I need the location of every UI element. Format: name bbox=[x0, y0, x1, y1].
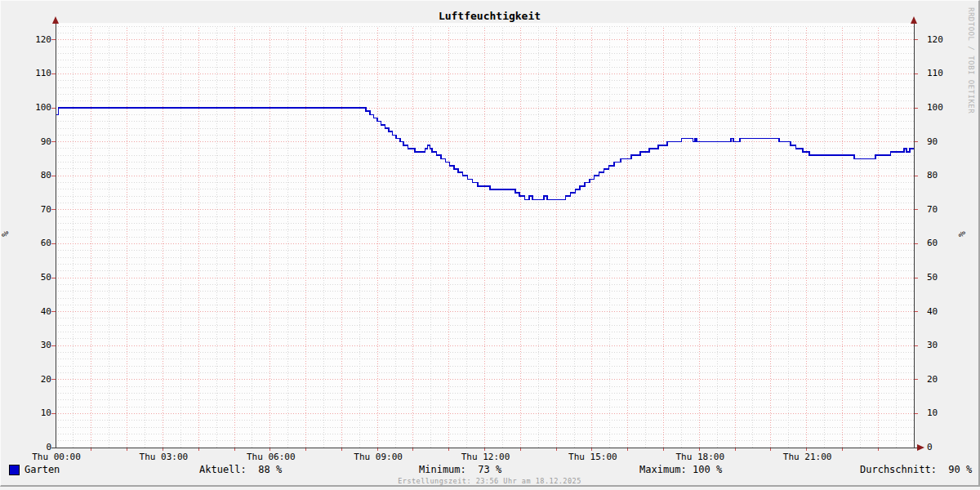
legend-series-label: Garten bbox=[24, 464, 60, 475]
y-tick-label: 20 bbox=[11, 375, 51, 385]
y-tick-label: 30 bbox=[927, 341, 968, 350]
stat-minimum: Minimum: 73 % bbox=[419, 464, 501, 475]
x-tick-label: Thu 03:00 bbox=[132, 452, 194, 462]
y-tick-label: 110 bbox=[11, 69, 51, 78]
y-tick-label: 10 bbox=[927, 408, 968, 418]
y-tick-label: 20 bbox=[927, 375, 968, 385]
y-tick-label: 30 bbox=[11, 341, 51, 350]
x-tick-label: Thu 12:00 bbox=[455, 452, 517, 462]
y-tick-label: 60 bbox=[11, 238, 51, 248]
y-tick-label: 120 bbox=[927, 35, 968, 45]
y-tick-label: 100 bbox=[11, 103, 51, 113]
x-tick-label: Thu 06:00 bbox=[240, 452, 302, 462]
y-tick-label: 100 bbox=[927, 103, 968, 113]
y-tick-label: 80 bbox=[11, 171, 51, 180]
creation-time: Erstellungszeit: 23:56 Uhr am 18.12.2025 bbox=[1, 477, 978, 485]
x-tick-label: Thu 15:00 bbox=[562, 452, 624, 462]
stat-durchschnitt: Durchschnitt: 90 % bbox=[860, 464, 972, 475]
y-tick-label: 10 bbox=[11, 408, 51, 418]
chart-title: Luftfeuchtigkeit bbox=[1, 10, 978, 22]
chart-plot bbox=[1, 1, 978, 485]
y-tick-label: 90 bbox=[11, 137, 51, 147]
y-tick-label: 70 bbox=[927, 205, 968, 215]
y-tick-label: 120 bbox=[11, 35, 51, 45]
rrdtool-graph: Luftfeuchtigkeit % % RRDTOOL / TOBI OETI… bbox=[0, 0, 980, 487]
y-tick-label: 40 bbox=[11, 307, 51, 317]
stat-maximum: Maximum: 100 % bbox=[639, 464, 722, 475]
legend-swatch bbox=[9, 465, 20, 475]
y-tick-label: 80 bbox=[927, 171, 968, 180]
y-tick-label: 70 bbox=[11, 205, 51, 215]
x-tick-label: Thu 00:00 bbox=[25, 452, 87, 462]
y-axis-unit-right: % bbox=[956, 231, 967, 237]
y-tick-label: 110 bbox=[927, 69, 968, 78]
y-tick-label: 50 bbox=[11, 273, 51, 283]
y-tick-label: 90 bbox=[927, 137, 968, 147]
x-tick-label: Thu 18:00 bbox=[669, 452, 731, 462]
x-tick-label: Thu 21:00 bbox=[777, 452, 839, 462]
y-axis-unit-left: % bbox=[0, 231, 11, 237]
x-tick-label: Thu 09:00 bbox=[347, 452, 409, 462]
stat-aktuell: Aktuell: 88 % bbox=[199, 464, 282, 475]
y-tick-label: 0 bbox=[927, 443, 968, 452]
rrdtool-watermark: RRDTOOL / TOBI OETIKER bbox=[967, 7, 975, 252]
y-tick-label: 50 bbox=[927, 273, 968, 283]
y-tick-label: 40 bbox=[927, 307, 968, 317]
y-tick-label: 60 bbox=[927, 238, 968, 248]
